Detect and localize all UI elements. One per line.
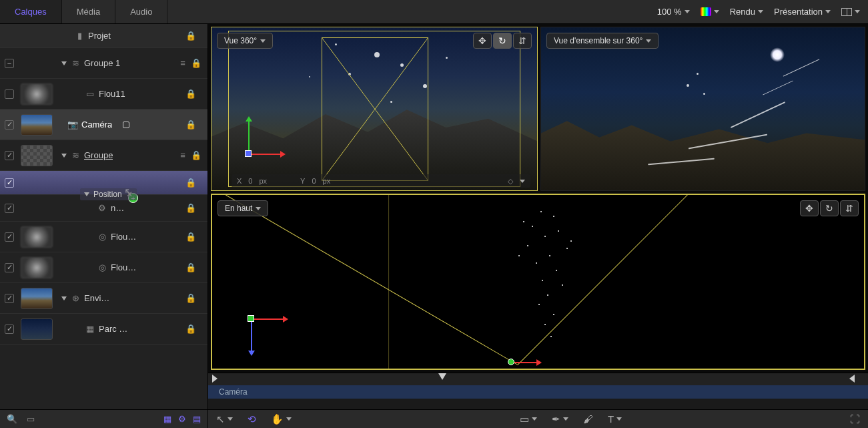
visibility-checkbox[interactable] [5, 89, 14, 99]
lock-icon[interactable]: 🔒 [185, 262, 196, 272]
color-channel-dropdown[interactable] [701, 7, 719, 16]
chevron-down-icon [260, 39, 266, 43]
sidebar-footer: 🔍 ▭ ▦ ⚙ ▤ [0, 409, 207, 428]
layer-project[interactable]: ▮Projet 🔒 [0, 24, 207, 48]
timeline-clip-camera[interactable]: Caméra [208, 385, 868, 399]
arrow-tool-button[interactable]: ↖ [216, 413, 233, 425]
viewport-overview[interactable]: Vue d'ensemble sur 360° [540, 27, 865, 191]
drag-ghost-label: Position [93, 190, 122, 199]
visibility-checkbox[interactable] [5, 294, 14, 303]
visibility-checkbox[interactable] [5, 204, 14, 213]
visibility-checkbox[interactable] [5, 151, 14, 160]
in-point-icon[interactable] [212, 375, 218, 383]
dolly-tool-button[interactable]: ⇵ [840, 200, 859, 216]
out-point-icon[interactable] [849, 375, 855, 383]
search-icon[interactable]: 🔍 [7, 414, 17, 424]
visibility-checkbox[interactable] [5, 232, 14, 242]
layer-group[interactable]: ≋Groupe ≡🔒 [0, 140, 207, 171]
diamond-icon[interactable]: ◇ [508, 177, 513, 186]
pan-hand-tool-button[interactable]: ✋ [271, 413, 292, 425]
tab-audio[interactable]: Audio [115, 0, 167, 23]
lock-icon[interactable]: 🔒 [185, 120, 196, 130]
drag-ghost-position: Position ✕ [80, 188, 137, 200]
chevron-down-icon[interactable] [520, 180, 525, 183]
layer-blur-b[interactable]: ◎Flou… 🔒 [0, 252, 207, 283]
panel-icon[interactable]: ▭ [27, 414, 35, 424]
layer-blur11[interactable]: ▭Flou11 🔒 [0, 79, 207, 110]
canvas-area: Vue 360° ✥ ↻ ⇵ X 0 px Y 0 px ◇ [208, 24, 868, 428]
layer-parc[interactable]: ▦Parc … 🔒 [0, 314, 207, 345]
pan-tool-button[interactable]: ✥ [800, 200, 819, 216]
visibility-checkbox[interactable] [5, 178, 14, 188]
document-icon: ▮ [75, 31, 84, 41]
tab-layers[interactable]: Calques [0, 0, 62, 23]
lock-icon[interactable]: 🔒 [185, 89, 196, 99]
layer-environment[interactable]: ⊛Envi… 🔒 [0, 283, 207, 314]
layer-thumbnail [21, 114, 53, 136]
coord-x-label: X [237, 177, 242, 185]
fullscreen-button[interactable]: ⛶ [850, 413, 860, 425]
top-bar: Calques Média Audio 100 % Rendu Présenta… [0, 0, 868, 24]
timeline-ruler[interactable] [208, 373, 868, 385]
coord-y-value[interactable]: 0 [312, 177, 316, 185]
zoom-label: 100 % [657, 7, 682, 17]
target-icon: ◎ [97, 232, 107, 242]
layer-blur-a[interactable]: ◎Flou… 🔒 [0, 222, 207, 252]
disclosure-triangle-icon[interactable] [61, 296, 67, 300]
layer-camera[interactable]: 📷Caméra 🔒 [0, 110, 207, 140]
orbit-tool-button[interactable]: ↻ [493, 33, 512, 49]
disclosure-triangle-icon[interactable] [61, 61, 67, 65]
tab-media[interactable]: Média [62, 0, 115, 23]
svg-line-2 [226, 195, 518, 365]
lock-icon[interactable]: 🔒 [185, 203, 196, 213]
lock-icon[interactable]: 🔒 [185, 293, 196, 303]
lock-icon[interactable]: 🔒 [191, 150, 201, 160]
layers-sidebar: ▮Projet 🔒 ≋Groupe 1 ≡🔒 ▭Flou11 🔒 📷Caméra… [0, 24, 208, 428]
visibility-checkbox[interactable] [5, 263, 14, 272]
shape-tool-button[interactable]: ▭ [520, 413, 537, 425]
zoom-dropdown[interactable]: 100 % [657, 7, 690, 17]
layer-thumbnail [21, 226, 53, 248]
visibility-checkbox[interactable] [5, 325, 14, 334]
layer-thumbnail [21, 318, 53, 340]
chevron-down-icon [646, 39, 651, 43]
pan-tool-button[interactable]: ✥ [473, 33, 492, 49]
text-tool-button[interactable]: T [608, 413, 622, 425]
lock-icon[interactable]: 🔒 [185, 232, 196, 242]
lock-icon[interactable]: 🔒 [185, 31, 196, 41]
brush-tool-button[interactable]: 🖌 [583, 413, 593, 425]
layer-thumbnail [21, 83, 53, 105]
presentation-label: Présentation [774, 7, 823, 17]
layout-dropdown[interactable] [841, 8, 860, 16]
3d-transform-tool-button[interactable]: ⟲ [248, 413, 256, 425]
viewport-top-view[interactable]: En haut ✥ ↻ ⇵ [211, 194, 865, 370]
playhead-icon[interactable] [438, 373, 446, 380]
layers-icon: ≋ [71, 151, 80, 160]
stack-icon[interactable]: ≡ [180, 58, 185, 68]
filter-icon[interactable]: ▤ [193, 414, 201, 424]
layer-label: Flou… [111, 232, 136, 242]
image-icon: ▭ [85, 89, 95, 99]
mask-icon[interactable]: ▦ [163, 414, 171, 424]
visibility-checkbox[interactable] [5, 120, 14, 130]
disclosure-triangle-icon[interactable] [61, 154, 67, 158]
visibility-checkbox[interactable] [5, 59, 14, 68]
render-label: Rendu [730, 7, 755, 17]
stack-icon[interactable]: ≡ [180, 150, 185, 160]
behavior-icon[interactable]: ⚙ [178, 414, 186, 424]
lock-icon[interactable]: 🔒 [185, 178, 196, 188]
pen-tool-button[interactable]: ✒ [552, 413, 568, 425]
dolly-tool-button[interactable]: ⇵ [513, 33, 532, 49]
timeline[interactable]: Caméra [208, 373, 868, 409]
presentation-dropdown[interactable]: Présentation [774, 7, 831, 17]
orbit-tool-button[interactable]: ↻ [820, 200, 839, 216]
render-dropdown[interactable]: Rendu [730, 7, 763, 17]
overview-mode-dropdown[interactable]: Vue d'ensemble sur 360° [546, 33, 659, 49]
lock-icon[interactable]: 🔒 [191, 58, 201, 68]
top-view-dropdown[interactable]: En haut [218, 200, 268, 216]
layer-group1[interactable]: ≋Groupe 1 ≡🔒 [0, 48, 207, 79]
viewport-360[interactable]: Vue 360° ✥ ↻ ⇵ X 0 px Y 0 px ◇ [211, 27, 538, 191]
lock-icon[interactable]: 🔒 [185, 324, 196, 334]
view-mode-dropdown[interactable]: Vue 360° [217, 33, 273, 49]
coord-x-value[interactable]: 0 [248, 177, 252, 185]
